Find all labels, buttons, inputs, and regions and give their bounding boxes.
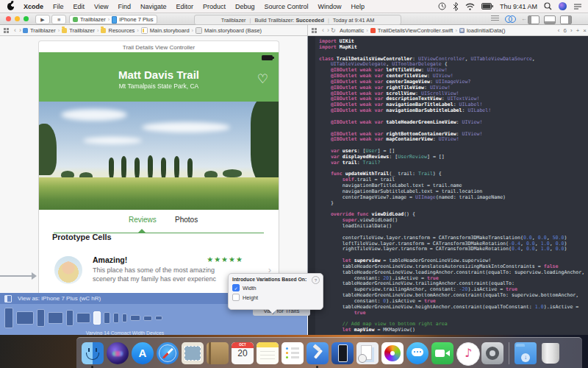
standard-editor-button[interactable]	[491, 15, 499, 22]
breadcrumb-item[interactable]: loadInitialData()	[467, 27, 506, 34]
dock-safari[interactable]	[157, 342, 179, 364]
back-button[interactable]: ‹	[322, 26, 324, 34]
forward-button[interactable]: ›	[19, 26, 21, 34]
inspector-panel-toggle[interactable]	[560, 15, 572, 24]
dock-app-store[interactable]: A	[132, 342, 154, 364]
breadcrumb-item[interactable]: Automatic	[340, 27, 364, 34]
breadcrumb-item[interactable]: Resources	[108, 27, 135, 34]
debug-panel-toggle[interactable]	[544, 15, 556, 24]
dock-itunes[interactable]: ♪	[456, 342, 478, 364]
menu-xcode[interactable]: Xcode	[24, 3, 43, 10]
dock-photos[interactable]	[381, 342, 404, 364]
run-button[interactable]: ▶	[35, 15, 50, 24]
menu-help[interactable]: Help	[351, 3, 365, 10]
back-button[interactable]: ‹	[14, 26, 16, 34]
bluetooth-icon[interactable]	[453, 2, 459, 11]
trail-photo[interactable]	[39, 102, 279, 210]
breadcrumb-item[interactable]: TrailDetailsViewController.swift	[378, 27, 453, 34]
related-items-icon[interactable]	[312, 28, 317, 33]
breadcrumb-item[interactable]: Main.storyboard (Base)	[204, 27, 262, 34]
dock-facetime[interactable]	[431, 342, 453, 364]
device-thumb[interactable]	[76, 313, 90, 323]
device-thumb[interactable]	[113, 313, 119, 323]
dock-notes[interactable]	[257, 342, 279, 364]
menu-navigate[interactable]: Navigate	[140, 3, 167, 10]
counterpart-prev-button[interactable]: ‹	[558, 27, 560, 34]
dock-downloads[interactable]	[514, 342, 537, 364]
device-thumb[interactable]	[4, 308, 13, 328]
assistant-editor-button[interactable]	[505, 15, 515, 22]
code-lines[interactable]: import UIKitimport MapKit class TrailDet…	[319, 39, 584, 333]
dock-contacts[interactable]	[207, 342, 229, 364]
window-minimize-button[interactable]	[15, 16, 20, 21]
apple-menu-icon[interactable]	[7, 3, 14, 10]
favorite-heart-icon[interactable]: ♡	[257, 71, 268, 86]
view-as-label[interactable]: View as: iPhone 7 Plus (wC hR)	[18, 295, 101, 302]
siri-icon[interactable]	[559, 2, 567, 10]
notification-center-icon[interactable]	[573, 3, 582, 10]
dock-reminders[interactable]	[282, 342, 304, 364]
dock-trash[interactable]	[539, 342, 562, 364]
height-checkbox[interactable]	[232, 294, 240, 301]
menu-edit[interactable]: Edit	[74, 3, 85, 10]
breadcrumb-item[interactable]: Main.storyboard	[150, 27, 190, 34]
battery-icon[interactable]	[481, 3, 493, 10]
device-thumb[interactable]	[16, 311, 34, 325]
window-close-button[interactable]	[6, 16, 11, 21]
trail-subtitle-label[interactable]: Mt Tamalpais State Park, CA	[39, 82, 279, 90]
menu-debug[interactable]: Debug	[235, 3, 255, 10]
trail-nav-bar[interactable]: Matt Davis Trail Mt Tamalpais State Park…	[39, 52, 279, 102]
menu-file[interactable]: File	[53, 3, 64, 10]
dock-xcode[interactable]	[306, 342, 329, 364]
device-thumb[interactable]	[48, 312, 63, 324]
view-controller-title[interactable]: Trail Details View Controller	[38, 40, 279, 53]
window-zoom-button[interactable]	[24, 16, 29, 21]
help-button[interactable]: ?	[312, 276, 320, 284]
menu-product[interactable]: Product	[203, 3, 226, 10]
menu-editor[interactable]: Editor	[176, 3, 193, 10]
breadcrumb-item[interactable]: Trailblazer	[30, 27, 56, 34]
menu-window[interactable]: Window	[318, 3, 342, 10]
dock-messages[interactable]	[406, 342, 429, 364]
device-thumb[interactable]	[130, 315, 140, 321]
device-thumb[interactable]	[143, 316, 152, 321]
tab-photos[interactable]: Photos	[175, 216, 198, 224]
dock-settings[interactable]	[481, 342, 503, 364]
related-items-icon[interactable]	[4, 28, 9, 33]
view-controller-scene[interactable]: Matt Davis Trail Mt Tamalpais State Park…	[38, 52, 279, 293]
menu-find[interactable]: Find	[118, 3, 131, 10]
dock-calendar[interactable]: OCT20	[232, 342, 254, 364]
device-thumb[interactable]	[122, 314, 127, 322]
stop-button[interactable]: ■	[51, 15, 66, 24]
device-thumb[interactable]	[155, 316, 162, 320]
menu-source-control[interactable]: Source Control	[265, 3, 309, 10]
device-thumb[interactable]	[104, 312, 110, 324]
wifi-icon[interactable]	[465, 3, 475, 10]
device-thumb[interactable]	[37, 309, 45, 327]
navigator-panel-toggle[interactable]	[528, 15, 539, 24]
clock-icon[interactable]	[438, 2, 446, 10]
close-editor-button[interactable]: ×	[583, 27, 587, 34]
scheme-selector[interactable]: Trailblazer › iPhone 7 Plus	[69, 15, 157, 24]
menu-view[interactable]: View	[94, 3, 108, 10]
device-thumb[interactable]	[66, 310, 74, 326]
menu-bar-clock[interactable]: Thu 9:41 AM	[500, 3, 537, 10]
device-thumb-selected[interactable]	[93, 311, 101, 325]
variation-option-height[interactable]: Height	[232, 294, 319, 301]
spotlight-icon[interactable]	[544, 2, 552, 10]
variation-option-width[interactable]: ✓Width	[232, 284, 319, 291]
counterpart-next-button[interactable]: ›	[570, 27, 573, 34]
dock-simulator[interactable]	[331, 342, 354, 364]
width-checkbox[interactable]: ✓	[232, 284, 240, 291]
dock-docs[interactable]	[356, 342, 379, 364]
dock-finder[interactable]	[82, 342, 104, 364]
device-bar-toggle-icon[interactable]	[4, 295, 12, 302]
add-editor-button[interactable]: +	[576, 27, 580, 34]
dock-mail[interactable]	[182, 342, 204, 364]
forward-button[interactable]: ›	[327, 26, 329, 34]
source-editor[interactable]: import UIKitimport MapKit class TrailDet…	[308, 36, 588, 335]
breadcrumb-item[interactable]: Trailblazer	[69, 27, 95, 34]
tab-reviews[interactable]: Reviews	[129, 216, 157, 224]
dock-siri[interactable]	[107, 342, 129, 364]
trail-title-label[interactable]: Matt Davis Trail	[39, 68, 279, 81]
